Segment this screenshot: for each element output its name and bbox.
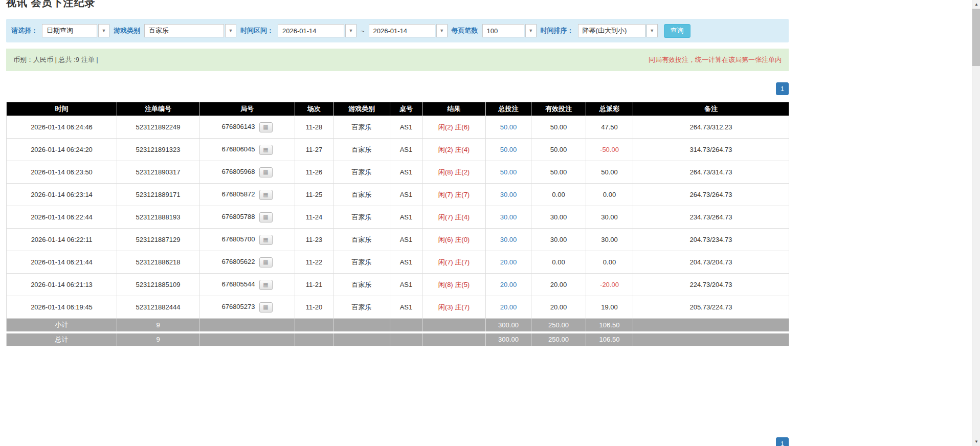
cell-note: 314.73/264.73 [633, 139, 789, 161]
round-replay-icon[interactable]: ▦ [259, 257, 273, 267]
scrollbar-up-icon[interactable]: ▲ [972, 0, 980, 9]
chevron-down-icon[interactable]: ▼ [225, 24, 236, 37]
cell-bet-id: 523121885109 [117, 274, 199, 296]
cell-game-type: 百家乐 [333, 116, 390, 139]
round-number: 676805622 [221, 258, 255, 265]
summary-text: 币别：人民币 | 总共 :9 注单 | [13, 55, 98, 64]
page-button-1[interactable]: 1 [776, 82, 789, 95]
total-bet-link[interactable]: 30.00 [500, 191, 517, 198]
cell-time: 2026-01-14 06:23:50 [7, 161, 117, 184]
cell-round-id: 676806143▦ [199, 116, 295, 139]
cell-payout: 19.00 [586, 296, 633, 319]
round-replay-icon[interactable]: ▦ [259, 190, 273, 200]
chevron-down-icon[interactable]: ▼ [436, 24, 448, 37]
cell-bet-id: 523121889171 [117, 184, 199, 206]
round-replay-icon[interactable]: ▦ [259, 280, 273, 290]
cell-total-bet: 30.00 [486, 184, 531, 206]
round-number: 676805273 [221, 303, 255, 310]
page-size-dropdown[interactable]: 100 ▼ [482, 24, 537, 37]
cell-game-type: 百家乐 [333, 206, 390, 229]
game-type-label: 游戏类别 [114, 26, 140, 35]
result-player: 闲(8) [438, 168, 453, 176]
result-player: 闲(3) [438, 303, 453, 311]
subtotal-count: 9 [117, 319, 199, 332]
cell-session: 11-21 [295, 274, 333, 296]
cell-total-bet: 50.00 [486, 116, 531, 139]
filter-bar: 请选择： 日期查询 ▼ 游戏类别 百家乐 ▼ 时间区间： 2026-01-14 … [6, 19, 789, 42]
sort-dropdown[interactable]: 降幂(由大到小) ▼ [578, 24, 658, 37]
total-bet-link[interactable]: 50.00 [500, 168, 517, 176]
sort-label: 时间排序： [541, 26, 574, 35]
round-replay-icon[interactable]: ▦ [259, 212, 273, 222]
total-bet-link[interactable]: 30.00 [500, 213, 517, 221]
table-row: 2026-01-14 06:23:14 523121889171 6768058… [7, 184, 789, 206]
cell-result: 闲(3) 庄(7) [422, 296, 486, 319]
page: 视讯 会员下注纪录 请选择： 日期查询 ▼ 游戏类别 百家乐 ▼ 时间区间： 2… [6, 0, 789, 446]
query-type-dropdown[interactable]: 日期查询 ▼ [42, 24, 109, 37]
date-from-value: 2026-01-14 [278, 24, 344, 37]
cell-round-id: 676805700▦ [199, 229, 295, 251]
cell-payout: 50.00 [586, 161, 633, 184]
cell-round-id: 676805872▦ [199, 184, 295, 206]
game-type-dropdown[interactable]: 百家乐 ▼ [144, 24, 236, 37]
cell-session: 11-22 [295, 251, 333, 274]
round-number: 676805544 [221, 280, 255, 288]
cell-bet-id: 523121888193 [117, 206, 199, 229]
cell-table-no: AS1 [390, 296, 422, 319]
total-bet-link[interactable]: 20.00 [500, 281, 517, 288]
sort-value: 降幂(由大到小) [578, 24, 645, 37]
column-header-result: 结果 [422, 102, 486, 116]
scrollbar[interactable]: ▲ ▼ [972, 0, 980, 446]
cell-valid-bet: 50.00 [531, 161, 586, 184]
cell-valid-bet: 50.00 [531, 139, 586, 161]
pagination-top: 1 [6, 82, 789, 95]
result-banker: 庄(2) [455, 168, 470, 176]
cell-payout: -50.00 [586, 139, 633, 161]
cell-game-type: 百家乐 [333, 229, 390, 251]
chevron-down-icon[interactable]: ▼ [525, 24, 537, 37]
cell-bet-id: 523121886218 [117, 251, 199, 274]
total-bet-link[interactable]: 50.00 [500, 146, 517, 153]
cell-note: 264.73/312.23 [633, 116, 789, 139]
round-number: 676805700 [221, 235, 255, 243]
round-replay-icon[interactable]: ▦ [259, 167, 273, 177]
round-replay-icon[interactable]: ▦ [259, 122, 273, 132]
total-bet-link[interactable]: 20.00 [500, 303, 517, 311]
chevron-down-icon[interactable]: ▼ [345, 24, 357, 37]
table-body: 2026-01-14 06:24:46 523121892249 6768061… [7, 116, 789, 319]
cell-game-type: 百家乐 [333, 161, 390, 184]
cell-bet-id: 523121882444 [117, 296, 199, 319]
cell-result: 闲(7) 庄(7) [422, 184, 486, 206]
table-footer: 小计 9 300.00 250.00 106.50 总计 9 300.00 25… [7, 319, 789, 346]
total-bet-link[interactable]: 50.00 [500, 123, 517, 131]
cell-total-bet: 20.00 [486, 296, 531, 319]
round-replay-icon[interactable]: ▦ [259, 145, 273, 155]
time-range-label: 时间区间： [240, 26, 274, 35]
records-table: 时间 注单编号 局号 场次 游戏类别 桌号 结果 总投注 有效投注 总派彩 备注… [6, 102, 789, 346]
cell-note: 204.73/234.73 [633, 229, 789, 251]
scrollbar-down-icon[interactable]: ▼ [972, 437, 980, 446]
cell-session: 11-27 [295, 139, 333, 161]
chevron-down-icon[interactable]: ▼ [647, 24, 658, 37]
total-bet-link[interactable]: 30.00 [500, 236, 517, 243]
query-button[interactable]: 查询 [664, 24, 691, 38]
cell-payout: -20.00 [586, 274, 633, 296]
total-bet-link[interactable]: 20.00 [500, 258, 517, 266]
scrollbar-thumb[interactable] [972, 9, 980, 66]
cell-payout: 30.00 [586, 229, 633, 251]
cell-note: 234.73/264.73 [633, 206, 789, 229]
summary-bar: 币别：人民币 | 总共 :9 注单 | 同局有效投注，统一计算在该局第一张注单内 [6, 49, 789, 71]
cell-game-type: 百家乐 [333, 296, 390, 319]
cell-valid-bet: 0.00 [531, 184, 586, 206]
cell-session: 11-25 [295, 184, 333, 206]
column-header-game-type: 游戏类别 [333, 102, 390, 116]
chevron-down-icon[interactable]: ▼ [98, 24, 109, 37]
cell-payout: 30.00 [586, 206, 633, 229]
round-replay-icon[interactable]: ▦ [259, 235, 273, 245]
cell-payout: 47.50 [586, 116, 633, 139]
page-button-1-bottom[interactable]: 1 [776, 437, 789, 446]
round-replay-icon[interactable]: ▦ [259, 302, 273, 313]
date-to-dropdown[interactable]: 2026-01-14 ▼ [369, 24, 448, 37]
cell-game-type: 百家乐 [333, 251, 390, 274]
date-from-dropdown[interactable]: 2026-01-14 ▼ [278, 24, 357, 37]
